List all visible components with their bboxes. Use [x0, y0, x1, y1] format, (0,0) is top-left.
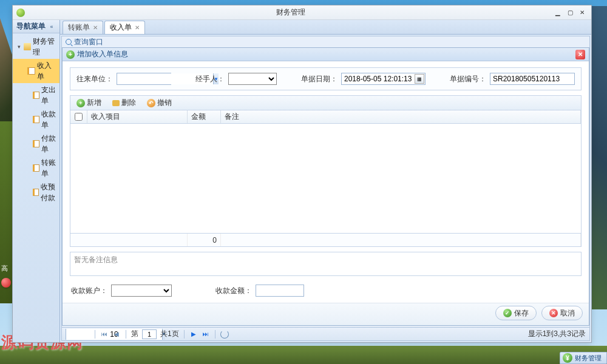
save-label: 保存 [514, 308, 529, 318]
grid-add-button[interactable]: + 新增 [74, 96, 104, 109]
modal-add-income: + 增加收入单信息 ✕ 往来单位： ▼ [62, 47, 589, 326]
tab-label: 转账单 [68, 22, 90, 33]
close-window-button[interactable]: ✕ [577, 8, 588, 17]
grid-select-all-checkbox[interactable] [75, 113, 83, 121]
account-label: 收款账户： [71, 286, 107, 296]
expand-icon[interactable]: ▾ [18, 41, 22, 52]
file-icon [33, 189, 39, 196]
modal-footer: ✓ 保存 ✕ 取消 [63, 303, 589, 325]
pay-amount-input[interactable] [256, 285, 304, 297]
pager-total-pages: 共1页 [160, 329, 179, 339]
pager-page-input[interactable] [142, 329, 157, 339]
grid-header-remark[interactable]: 备注 [221, 110, 581, 123]
app-icon [16, 8, 25, 17]
pager-info-label: 显示1到3,共3记录 [528, 329, 586, 339]
grid-add-label: 新增 [87, 98, 101, 108]
yen-icon: ¥ [563, 353, 572, 363]
tree-node-advance[interactable]: 收预付款 [13, 180, 59, 204]
grid-body-empty [70, 124, 581, 233]
plus-icon: + [76, 99, 85, 107]
pager-first-button[interactable]: ⏮ [100, 330, 109, 339]
titlebar: 财务管理 ▁ ▢ ✕ [13, 5, 591, 20]
calendar-icon[interactable]: ▦ [415, 74, 424, 84]
grid-footer-total: 0 [188, 234, 221, 246]
search-bar[interactable]: 查询窗口 [62, 36, 589, 47]
tab-content: 查询窗口 + 增加收入单信息 ✕ 往来单位： [61, 36, 590, 341]
cancel-button[interactable]: ✕ 取消 [541, 306, 583, 320]
pager-prev-button[interactable]: ◀ [112, 330, 121, 339]
tree-node-income[interactable]: 收入单 [13, 59, 59, 83]
cancel-label: 取消 [560, 308, 575, 318]
account-select[interactable] [111, 285, 172, 297]
undo-icon: ↶ [147, 99, 155, 107]
tree-label: 付款单 [41, 133, 57, 155]
date-field[interactable]: ▦ [341, 73, 426, 85]
tree-label: 收款单 [41, 109, 57, 130]
pager-last-button[interactable]: ⏭ [202, 330, 210, 339]
check-icon: ✓ [503, 309, 512, 317]
pay-amount-label: 收款金额： [215, 286, 252, 296]
docno-input[interactable] [490, 73, 575, 85]
tab-income[interactable]: 收入单 ✕ [104, 21, 145, 34]
modal-close-button[interactable]: ✕ [575, 50, 585, 59]
plus-icon: + [66, 50, 75, 59]
tree-node-expense[interactable]: 支出单 [13, 83, 59, 107]
window-title: 财务管理 [29, 7, 552, 18]
grid-delete-label: 删除 [121, 98, 136, 108]
file-icon [27, 67, 35, 75]
power-icon[interactable] [1, 278, 11, 288]
tree-label: 转账单 [41, 157, 57, 179]
tab-label: 收入单 [110, 22, 132, 33]
grid-undo-button[interactable]: ↶ 撤销 [144, 96, 174, 109]
tree-label-root: 财务管理 [33, 36, 57, 58]
nav-collapse-button[interactable]: « [47, 22, 56, 31]
nav-header: 导航菜单 « [13, 20, 59, 33]
date-input[interactable] [342, 73, 415, 84]
status-corner-label: 财务管理 [575, 354, 602, 363]
party-combo[interactable]: ▼ [117, 73, 171, 85]
grid-delete-button[interactable]: 删除 [110, 96, 138, 109]
file-icon [33, 116, 39, 123]
tree-node-root[interactable]: ▾ 财务管理 [13, 35, 59, 59]
page-size-combo[interactable]: ▾ [66, 329, 90, 340]
party-label: 往来单位： [76, 74, 113, 84]
date-label: 单据日期： [301, 74, 337, 84]
grid-header-amount[interactable]: 金额 [188, 110, 221, 123]
maximize-button[interactable]: ▢ [565, 8, 575, 17]
save-button[interactable]: ✓ 保存 [495, 306, 537, 320]
tree-label: 收预付款 [41, 181, 57, 203]
pager-next-button[interactable]: ▶ [189, 330, 198, 339]
tab-close-icon[interactable]: ✕ [93, 24, 98, 31]
form-row-top: 往来单位： ▼ 经手人： 单据日期： [70, 67, 582, 90]
minimize-button[interactable]: ▁ [552, 8, 563, 17]
nav-panel: 导航菜单 « ▾ 财务管理 收入单 支出单 [13, 20, 60, 342]
tree-node-payment[interactable]: 付款单 [13, 132, 59, 156]
cross-icon: ✕ [549, 309, 558, 317]
grid-zone: + 新增 删除 ↶ 撤销 [70, 95, 582, 247]
tree-label: 收入单 [37, 60, 57, 82]
pager-refresh-button[interactable] [220, 330, 229, 339]
search-bar-label: 查询窗口 [74, 37, 103, 47]
nav-tree: ▾ 财务管理 收入单 支出单 收款单 付款单 [13, 33, 59, 342]
tree-node-receipt[interactable]: 收款单 [13, 107, 59, 132]
modal-title: 增加收入单信息 [77, 49, 128, 59]
status-corner[interactable]: ¥ 财务管理 [560, 352, 607, 364]
tab-transfer[interactable]: 转账单 ✕ [63, 21, 103, 34]
file-icon [33, 92, 39, 99]
remarks-textarea[interactable]: 暂无备注信息 [70, 252, 582, 276]
docno-label: 单据编号： [450, 74, 486, 84]
search-icon [66, 39, 72, 45]
pager: ▾ ⏮ ◀ 第 共1页 ▶ ⏭ 显示1到3,共3记录 [62, 327, 589, 340]
handler-select[interactable] [228, 73, 277, 85]
grid-footer: 0 [70, 233, 581, 246]
nav-header-label: 导航菜单 [16, 21, 46, 32]
tab-close-icon[interactable]: ✕ [135, 24, 140, 31]
grid-header-item[interactable]: 收入项目 [87, 110, 188, 123]
tree-label: 支出单 [41, 84, 57, 106]
modal-header: + 增加收入单信息 ✕ [63, 48, 589, 61]
main-window: 财务管理 ▁ ▢ ✕ 导航菜单 « ▾ 财务管理 收入单 [12, 5, 592, 343]
grid-toolbar: + 新增 删除 ↶ 撤销 [70, 96, 581, 110]
file-icon [33, 164, 39, 172]
grid-undo-label: 撤销 [157, 98, 172, 108]
tree-node-transfer[interactable]: 转账单 [13, 156, 59, 180]
